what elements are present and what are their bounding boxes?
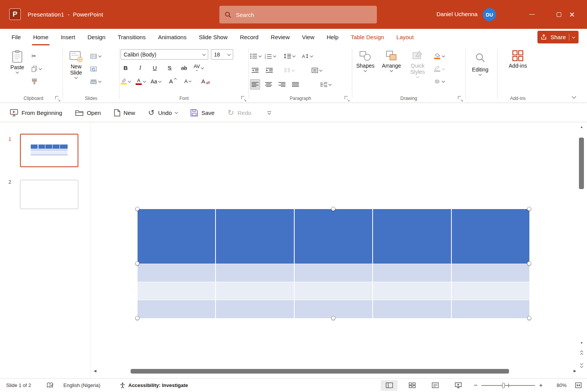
text-shadow-button[interactable]: S	[164, 63, 174, 73]
table-cell[interactable]	[452, 209, 529, 264]
tab-record[interactable]: Record	[234, 29, 264, 45]
shape-fill-button[interactable]	[434, 51, 444, 61]
tab-design[interactable]: Design	[81, 29, 112, 45]
text-direction-button[interactable]: A	[302, 51, 313, 61]
table-cell[interactable]	[216, 282, 294, 300]
share-button[interactable]: Share	[537, 31, 579, 43]
chevron-down-icon[interactable]	[572, 35, 575, 38]
search-input[interactable]	[236, 12, 371, 18]
zoom-out-button[interactable]: −	[474, 382, 478, 389]
tab-home[interactable]: Home	[27, 29, 55, 45]
character-spacing-button[interactable]: AV ↔	[194, 63, 204, 73]
accessibility-checker[interactable]: Accessibility: Investigate	[119, 382, 188, 389]
tab-insert[interactable]: Insert	[55, 29, 81, 45]
new-button[interactable]: New	[114, 109, 135, 116]
copy-button[interactable]	[32, 64, 41, 73]
save-button[interactable]: Save	[191, 109, 214, 116]
increase-indent-button[interactable]	[264, 65, 274, 75]
slide-indicator[interactable]: Slide 1 of 2	[6, 382, 43, 388]
section-button[interactable]	[90, 77, 101, 86]
add-remove-columns-button[interactable]	[284, 65, 294, 75]
selection-handle-top-left[interactable]	[135, 207, 139, 211]
align-left-button[interactable]	[250, 79, 260, 90]
paragraph-dialog-launcher[interactable]	[345, 96, 349, 101]
font-color-button[interactable]: A	[136, 76, 146, 86]
underline-button[interactable]: U	[150, 63, 160, 73]
vertical-scrollbar[interactable]: ▲ ▼	[579, 125, 584, 375]
language-selector[interactable]: English (Nigeria)	[63, 382, 113, 388]
minimize-button[interactable]	[523, 0, 541, 29]
table-cell[interactable]	[452, 264, 529, 282]
table-cell[interactable]	[452, 300, 529, 318]
spell-check-button[interactable]	[47, 382, 53, 388]
italic-button[interactable]: I	[135, 63, 145, 73]
line-spacing-button[interactable]	[284, 51, 295, 61]
table-cell[interactable]	[373, 300, 451, 318]
next-slide-button[interactable]	[579, 362, 584, 367]
selection-handle-top-right[interactable]	[527, 207, 531, 211]
scroll-down-button[interactable]: ▼	[579, 341, 584, 346]
shapes-button[interactable]: Shapes	[353, 48, 377, 93]
cut-button[interactable]: ✂	[32, 51, 41, 61]
table-cell[interactable]	[452, 282, 529, 300]
shape-effects-button[interactable]	[434, 77, 444, 86]
text-highlight-button[interactable]	[121, 76, 131, 86]
decrease-font-size-button[interactable]: A	[181, 76, 191, 86]
numbering-button[interactable]: 1 2 3	[265, 51, 276, 61]
close-button[interactable]: ×	[563, 0, 581, 29]
reading-view-button[interactable]	[427, 380, 444, 391]
convert-to-smartart-button[interactable]	[320, 79, 331, 90]
selection-handle-bottom-left[interactable]	[135, 316, 139, 320]
redo-button[interactable]: ↻ Redo	[227, 109, 251, 116]
selection-handle-top-center[interactable]	[331, 207, 335, 211]
decrease-indent-button[interactable]	[250, 65, 260, 75]
table-cell[interactable]	[138, 264, 215, 282]
scroll-up-button[interactable]: ▲	[579, 125, 584, 130]
paste-button[interactable]: Paste	[5, 48, 29, 93]
slide-canvas[interactable]	[91, 122, 587, 378]
tab-view[interactable]: View	[296, 29, 320, 45]
slide-show-button[interactable]	[450, 380, 467, 391]
slide-layout-button[interactable]	[90, 51, 101, 61]
align-right-button[interactable]	[277, 79, 287, 90]
zoom-in-button[interactable]: +	[539, 382, 543, 389]
previous-slide-button[interactable]	[579, 350, 584, 356]
selection-handle-bottom-center[interactable]	[331, 316, 335, 320]
from-beginning-button[interactable]: From Beginning	[10, 109, 62, 116]
horizontal-scrollbar[interactable]: ◀ ▶	[94, 368, 576, 374]
normal-view-button[interactable]	[381, 380, 398, 391]
align-text-button[interactable]	[312, 65, 322, 75]
zoom-slider[interactable]	[481, 382, 535, 389]
tab-review[interactable]: Review	[265, 29, 296, 45]
strikethrough-button[interactable]: ab	[179, 63, 189, 73]
zoom-slider-thumb[interactable]	[502, 383, 505, 388]
table-cell[interactable]	[295, 282, 372, 300]
table-cell[interactable]	[216, 300, 294, 318]
editing-button[interactable]: Editing	[467, 48, 494, 93]
addins-button[interactable]: Add-ins	[504, 48, 531, 93]
font-name-combo[interactable]: Calibri (Body)	[121, 49, 208, 60]
font-size-combo[interactable]: 18	[211, 49, 233, 60]
collapse-ribbon-button[interactable]	[572, 93, 575, 100]
drawing-dialog-launcher[interactable]	[458, 96, 463, 101]
table-cell[interactable]	[138, 282, 215, 300]
tab-help[interactable]: Help	[320, 29, 345, 45]
tab-layout[interactable]: Layout	[390, 29, 420, 45]
table-cell[interactable]	[216, 209, 294, 264]
table-cell[interactable]	[138, 300, 215, 318]
open-button[interactable]: Open	[75, 110, 101, 116]
table-cell[interactable]	[373, 264, 451, 282]
table[interactable]	[138, 209, 529, 318]
table-cell[interactable]	[295, 209, 372, 264]
slide-sorter-view-button[interactable]	[404, 380, 421, 391]
change-case-button[interactable]: Aa	[151, 76, 161, 86]
tab-file[interactable]: File	[5, 29, 27, 45]
scroll-left-button[interactable]: ◀	[94, 369, 96, 373]
new-slide-button[interactable]: New Slide	[64, 48, 88, 93]
toolbar-overflow-button[interactable]	[267, 111, 271, 114]
reset-slide-button[interactable]	[90, 64, 101, 73]
clipboard-dialog-launcher[interactable]	[55, 96, 60, 101]
increase-font-size-button[interactable]: A	[166, 76, 176, 86]
slide-2-thumbnail[interactable]	[20, 180, 78, 209]
slide-1-thumbnail[interactable]	[20, 134, 78, 167]
